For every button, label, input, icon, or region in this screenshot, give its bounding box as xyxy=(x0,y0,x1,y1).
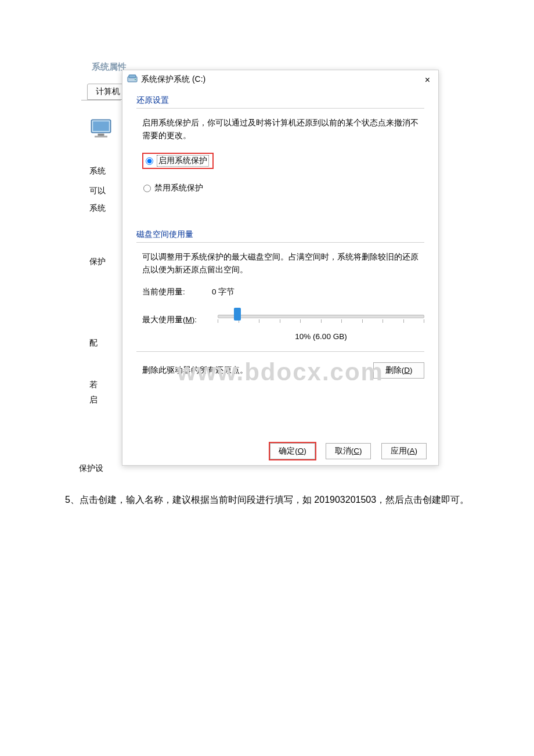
disable-protection-label: 禁用系统保护 xyxy=(154,183,203,193)
max-usage-slider[interactable] xyxy=(218,311,424,329)
svg-rect-2 xyxy=(98,134,104,136)
back-label-xitong: 系统 xyxy=(89,201,121,214)
apply-button[interactable]: 应用(A) xyxy=(381,443,427,459)
back-label-ruo: 若 xyxy=(89,378,121,391)
back-label-keyi: 可以 xyxy=(89,184,121,197)
enable-protection-input[interactable] xyxy=(146,157,153,165)
dialog-titlebar[interactable]: 系统保护系统 (C:) × xyxy=(122,70,438,88)
max-usage-value: 10% (6.00 GB) xyxy=(218,332,424,341)
disable-protection-radio[interactable]: 禁用系统保护 xyxy=(136,183,424,193)
delete-button[interactable]: 删除(D) xyxy=(373,362,424,379)
dialog-title: 系统保护系统 (C:) xyxy=(141,74,205,85)
back-dialog-title: 系统属性 xyxy=(92,62,127,73)
back-label-baohu: 保护 xyxy=(89,255,121,268)
cancel-button[interactable]: 取消(C) xyxy=(326,443,371,459)
close-icon[interactable]: × xyxy=(425,75,430,85)
disk-description: 可以调整用于系统保护的最大磁盘空间。占满空间时，系统将删除较旧的还原点以便为新还… xyxy=(136,251,424,276)
enable-protection-label: 启用系统保护 xyxy=(157,155,209,167)
slider-thumb[interactable] xyxy=(234,308,241,321)
svg-rect-3 xyxy=(95,136,107,138)
restore-heading: 还原设置 xyxy=(136,95,424,108)
max-usage-label: 最大使用量(M): xyxy=(142,315,206,325)
disable-protection-input[interactable] xyxy=(143,185,151,192)
back-label-sys: 系统 xyxy=(89,164,121,177)
back-label-qi: 启 xyxy=(89,393,121,406)
current-usage-label: 当前使用量: xyxy=(142,287,212,297)
system-protection-dialog: 系统保护系统 (C:) × 还原设置 启用系统保护后，你可以通过及时将计算机还原… xyxy=(122,70,439,466)
back-label-pei: 配 xyxy=(89,336,121,349)
ok-button[interactable]: 确定(O) xyxy=(270,443,315,459)
monitor-icon xyxy=(88,116,114,141)
delete-description: 删除此驱动器的所有还原点。 xyxy=(142,365,373,376)
back-footer-text: 保护设 xyxy=(79,463,103,474)
disk-heading: 磁盘空间使用量 xyxy=(136,229,424,242)
dialog-footer: 确定(O) 取消(C) 应用(A) xyxy=(270,443,427,459)
svg-point-6 xyxy=(135,79,136,80)
restore-description: 启用系统保护后，你可以通过及时将计算机还原到以前的某个状态点来撤消不需要的更改。 xyxy=(136,117,424,142)
instruction-text: 5、点击创建，输入名称，建议根据当前时间段进行填写，如 201903201503… xyxy=(46,492,476,507)
current-usage-value: 0 字节 xyxy=(212,287,234,297)
enable-protection-radio[interactable]: 启用系统保护 xyxy=(142,153,214,169)
svg-rect-1 xyxy=(93,121,109,131)
drive-icon xyxy=(127,74,138,85)
svg-rect-5 xyxy=(129,75,136,78)
